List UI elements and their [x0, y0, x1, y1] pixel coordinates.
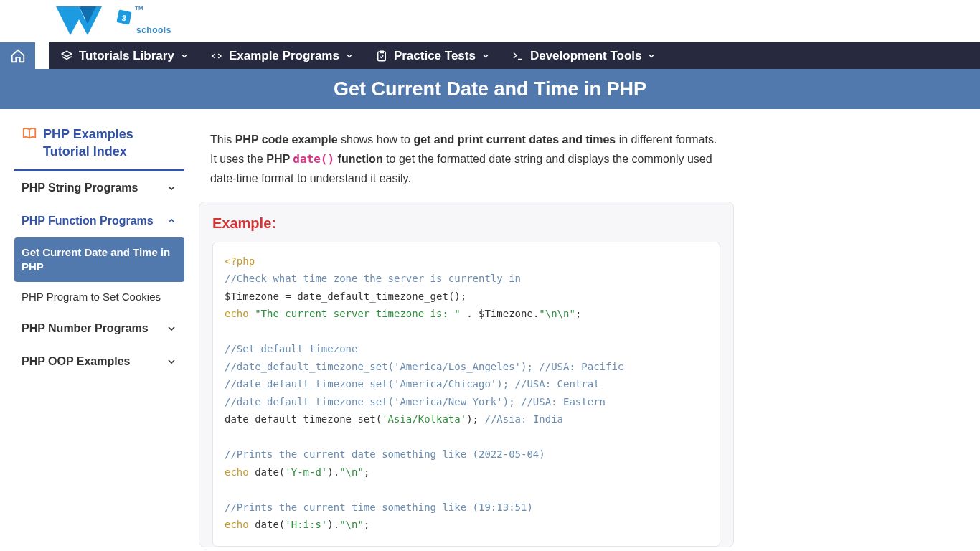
- chevron-down-icon: [166, 356, 177, 367]
- chevron-down-icon: [345, 52, 354, 60]
- terminal-icon: [512, 50, 524, 62]
- sidebar-section-label: PHP Function Programs: [22, 215, 154, 227]
- code-block[interactable]: <?php //Check what time zone the server …: [212, 242, 720, 547]
- book-open-icon: [22, 126, 37, 141]
- sidebar-section-number-programs[interactable]: PHP Number Programs: [14, 312, 184, 345]
- sidebar-section-label: PHP OOP Examples: [22, 355, 130, 368]
- nav-item-label: Development Tools: [530, 49, 642, 63]
- page-title: Get Current Date and Time in PHP: [334, 78, 646, 100]
- nav-example-programs[interactable]: Example Programs: [210, 49, 354, 63]
- nav-item-label: Practice Tests: [394, 49, 476, 63]
- example-card: Example: <?php //Check what time zone th…: [199, 202, 734, 547]
- home-icon: [10, 48, 26, 64]
- sidebar-section-label: PHP String Programs: [22, 182, 138, 194]
- sidebar-item-set-cookies[interactable]: PHP Program to Set Cookies: [14, 282, 184, 312]
- nav-items: Tutorials Library Example Programs Pract…: [49, 42, 980, 69]
- nav-item-label: Example Programs: [229, 49, 339, 63]
- home-button[interactable]: [0, 42, 35, 69]
- page-title-banner: Get Current Date and Time in PHP: [0, 69, 980, 109]
- nav-practice-tests[interactable]: Practice Tests: [375, 49, 490, 63]
- sidebar-subsection-function-programs: Get Current Date and Time in PHP PHP Pro…: [14, 237, 184, 313]
- main-nav: Tutorials Library Example Programs Pract…: [0, 42, 980, 69]
- sidebar-section-string-programs[interactable]: PHP String Programs: [14, 171, 184, 204]
- logo-suffix-text: schools: [136, 25, 171, 35]
- chevron-down-icon: [166, 182, 177, 194]
- chevron-up-icon: [166, 215, 177, 227]
- code-icon: [210, 50, 223, 62]
- logo-mark-icon: 3: [56, 4, 135, 39]
- sidebar-item-get-current-date-time[interactable]: Get Current Date and Time in PHP: [14, 237, 184, 283]
- clipboard-check-icon: [375, 50, 388, 62]
- intro-paragraph: This PHP code example shows how to get a…: [199, 123, 734, 202]
- inline-code-date-fn: date(): [293, 152, 334, 166]
- nav-development-tools[interactable]: Development Tools: [512, 49, 656, 63]
- sidebar-section-function-programs[interactable]: PHP Function Programs: [14, 204, 184, 237]
- sidebar-section-label: PHP Number Programs: [22, 322, 149, 335]
- nav-item-label: Tutorials Library: [79, 49, 174, 63]
- sidebar-section-oop-examples[interactable]: PHP OOP Examples: [14, 345, 184, 378]
- chevron-down-icon: [180, 52, 189, 60]
- chevron-down-icon: [647, 52, 656, 60]
- logo-trademark: TM: [135, 5, 143, 11]
- chevron-down-icon: [166, 323, 177, 334]
- nav-tutorials-library[interactable]: Tutorials Library: [60, 49, 189, 63]
- logo-row: 3 TM schools: [0, 0, 980, 42]
- chevron-down-icon: [481, 52, 490, 60]
- main-content: This PHP code example shows how to get a…: [199, 123, 734, 547]
- sidebar: PHP Examples Tutorial Index PHP String P…: [14, 123, 184, 378]
- example-heading: Example:: [212, 215, 720, 232]
- sidebar-index-title[interactable]: PHP Examples Tutorial Index: [14, 123, 184, 171]
- brand-logo[interactable]: 3 TM schools: [56, 4, 156, 39]
- layers-icon: [60, 50, 73, 62]
